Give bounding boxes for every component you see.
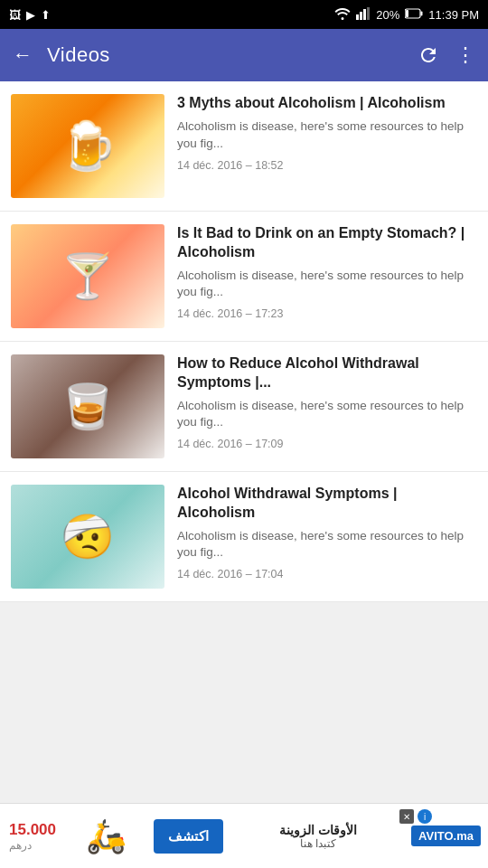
ad-tagline-box: الأوقات الزوينة كتبدا هنا (230, 823, 411, 850)
video-title-3: How to Reduce Alcohol Withdrawal Symptom… (177, 354, 477, 392)
picture-icon: 🖼 (9, 8, 21, 22)
status-bar: 🖼 ▶ ⬆ 20% 11:39 PM (0, 0, 488, 29)
video-description-3: Alcoholism is disease, here's some resou… (177, 398, 477, 432)
svg-rect-2 (363, 9, 366, 20)
status-bar-right: 20% 11:39 PM (334, 7, 479, 23)
battery-percent: 20% (376, 8, 399, 22)
video-thumbnail-1 (11, 94, 164, 198)
video-description-4: Alcoholism is disease, here's some resou… (177, 528, 477, 562)
ad-price: 15.000 (9, 821, 56, 839)
video-date-3: 14 déc. 2016 – 17:09 (177, 438, 477, 450)
video-list-container: 3 Myths about Alcoholism | Alcoholism Al… (0, 81, 488, 675)
video-description-1: Alcoholism is disease, here's some resou… (177, 118, 477, 153)
video-list: 3 Myths about Alcoholism | Alcoholism Al… (0, 81, 488, 602)
battery-icon (405, 8, 423, 22)
ad-tagline-main: الأوقات الزوينة (279, 823, 357, 837)
list-item[interactable]: How to Reduce Alcohol Withdrawal Symptom… (0, 342, 488, 472)
video-date-4: 14 déc. 2016 – 17:04 (177, 568, 477, 580)
back-button[interactable]: ← (13, 43, 33, 67)
refresh-button[interactable] (418, 44, 439, 66)
video-thumbnail-2 (11, 224, 164, 328)
ad-cta-button[interactable]: اكتشف (154, 819, 223, 854)
video-info-4: Alcohol Withdrawal Symptoms | Alcoholism… (177, 485, 477, 589)
list-item[interactable]: Alcohol Withdrawal Symptoms | Alcoholism… (0, 472, 488, 602)
video-title-2: Is It Bad to Drink on an Empty Stomach? … (177, 224, 477, 262)
list-item[interactable]: 3 Myths about Alcoholism | Alcoholism Al… (0, 81, 488, 212)
video-date-1: 14 déc. 2016 – 18:52 (177, 159, 477, 172)
video-info-2: Is It Bad to Drink on an Empty Stomach? … (177, 224, 477, 328)
video-title-1: 3 Myths about Alcoholism | Alcoholism (177, 94, 477, 113)
ad-currency: درهم (9, 839, 32, 852)
app-bar-title: Videos (47, 43, 403, 67)
ad-price-box: 15.000 درهم (0, 821, 65, 852)
video-thumbnail-3 (11, 354, 164, 458)
video-date-2: 14 déc. 2016 – 17:23 (177, 307, 477, 320)
svg-rect-6 (421, 11, 423, 15)
video-title-4: Alcohol Withdrawal Symptoms | Alcoholism (177, 485, 477, 523)
ad-close-button[interactable]: ✕ (399, 809, 414, 824)
video-description-2: Alcoholism is disease, here's some resou… (177, 268, 477, 302)
ad-tagline-sub: كتبدا هنا (300, 837, 336, 850)
ad-scooter-icon: 🛵 (65, 806, 146, 867)
svg-rect-1 (360, 12, 362, 20)
wifi-icon (334, 7, 351, 23)
list-item[interactable]: Is It Bad to Drink on an Empty Stomach? … (0, 212, 488, 342)
svg-rect-5 (406, 10, 408, 17)
svg-rect-3 (367, 7, 370, 20)
more-options-button[interactable]: ⋮ (455, 43, 475, 67)
app-bar: ← Videos ⋮ (0, 29, 488, 81)
video-info-1: 3 Myths about Alcoholism | Alcoholism Al… (177, 94, 477, 198)
flag-icon: ▶ (26, 8, 35, 22)
video-thumbnail-4 (11, 485, 164, 589)
signal-icon (356, 7, 371, 23)
video-info-3: How to Reduce Alcohol Withdrawal Symptom… (177, 354, 477, 458)
app-bar-icons: ⋮ (418, 43, 475, 67)
ad-info-icon: i (418, 809, 432, 824)
status-bar-left: 🖼 ▶ ⬆ (9, 8, 51, 22)
time-display: 11:39 PM (428, 8, 479, 22)
ad-logo: AVITO.ma (411, 826, 481, 846)
ad-banner[interactable]: 15.000 درهم 🛵 اكتشف الأوقات الزوينة كتبد… (0, 803, 488, 868)
share-icon: ⬆ (41, 8, 51, 22)
svg-rect-0 (356, 14, 359, 20)
